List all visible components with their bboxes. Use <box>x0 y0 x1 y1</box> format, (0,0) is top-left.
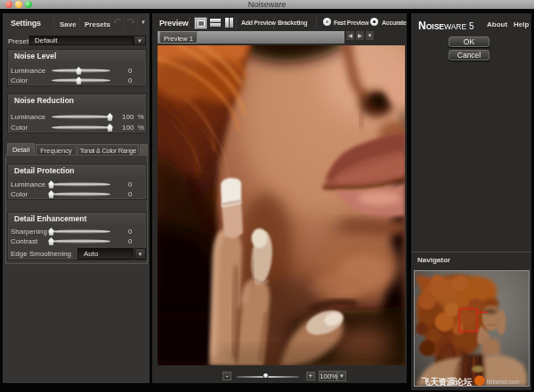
svg-text:飞天资源论坛: 飞天资源论坛 <box>421 377 473 387</box>
svg-text:feitianwl.com: feitianwl.com <box>487 379 520 385</box>
